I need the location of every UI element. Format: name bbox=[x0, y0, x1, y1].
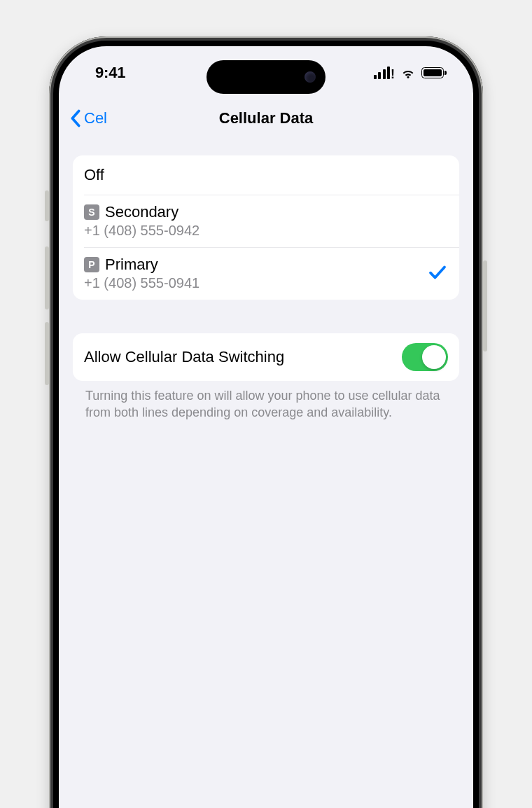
dynamic-island bbox=[206, 60, 326, 94]
primary-line-name: Primary bbox=[105, 256, 158, 274]
secondary-line-number: +1 (408) 555-0942 bbox=[84, 223, 448, 239]
mute-switch bbox=[45, 190, 49, 221]
volume-up-button bbox=[45, 246, 49, 309]
screen: 9:41 ! Cel Cellular Data bbox=[59, 46, 473, 808]
line-option-off[interactable]: Off bbox=[73, 155, 459, 195]
back-button[interactable]: Cel bbox=[66, 106, 110, 131]
battery-icon bbox=[421, 67, 444, 78]
checkmark-icon bbox=[427, 262, 448, 286]
primary-sim-badge-icon: P bbox=[84, 257, 99, 272]
back-label: Cel bbox=[84, 109, 107, 127]
page-title: Cellular Data bbox=[219, 109, 314, 127]
secondary-line-name: Secondary bbox=[105, 203, 178, 221]
allow-data-switching-toggle[interactable] bbox=[402, 343, 448, 371]
allow-data-switching-label: Allow Cellular Data Switching bbox=[84, 348, 284, 366]
primary-line-number: +1 (408) 555-0941 bbox=[84, 275, 427, 291]
data-line-group: Off S Secondary +1 (408) 555-0942 bbox=[73, 155, 459, 300]
side-button bbox=[483, 260, 487, 351]
wifi-icon bbox=[400, 65, 416, 81]
phone-frame: 9:41 ! Cel Cellular Data bbox=[49, 36, 483, 808]
status-time: 9:41 bbox=[95, 64, 125, 82]
switching-group: Allow Cellular Data Switching bbox=[73, 333, 459, 381]
line-off-label: Off bbox=[84, 166, 104, 184]
line-option-primary[interactable]: P Primary +1 (408) 555-0941 bbox=[73, 247, 459, 300]
volume-down-button bbox=[45, 322, 49, 385]
cellular-signal-icon: ! bbox=[374, 67, 395, 79]
allow-data-switching-row[interactable]: Allow Cellular Data Switching bbox=[73, 333, 459, 381]
line-option-secondary[interactable]: S Secondary +1 (408) 555-0942 bbox=[73, 195, 459, 247]
chevron-left-icon bbox=[69, 109, 83, 128]
nav-bar: Cel Cellular Data bbox=[59, 99, 473, 137]
status-icons: ! bbox=[374, 65, 444, 81]
switching-footer-text: Turning this feature on will allow your … bbox=[73, 381, 459, 422]
content: Off S Secondary +1 (408) 555-0942 bbox=[59, 137, 473, 422]
secondary-sim-badge-icon: S bbox=[84, 204, 99, 220]
